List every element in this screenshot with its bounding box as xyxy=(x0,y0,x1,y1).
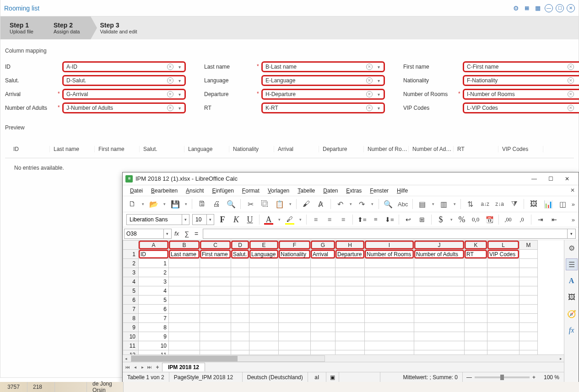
clone-format-icon[interactable]: 🖌 xyxy=(300,198,312,210)
row-header[interactable]: 7 xyxy=(123,305,139,314)
clear-icon[interactable]: ✕ xyxy=(366,91,373,97)
cell[interactable] xyxy=(200,268,231,277)
cell[interactable] xyxy=(231,268,249,277)
preview-column-header[interactable]: VIP Codes xyxy=(498,146,543,152)
cell[interactable]: Number of Rooms xyxy=(365,250,414,259)
chevron-down-icon[interactable]: ▾ xyxy=(374,92,383,97)
menu-ansicht[interactable]: Ansicht xyxy=(182,186,207,195)
chevron-down-icon[interactable]: ▾ xyxy=(163,229,171,238)
cell[interactable] xyxy=(519,323,538,332)
clear-icon[interactable]: ✕ xyxy=(366,64,373,70)
cell[interactable]: 8 xyxy=(139,323,169,332)
cell[interactable] xyxy=(311,268,335,277)
chevron-down-icon[interactable]: ▾ xyxy=(576,106,579,111)
date-button[interactable]: 📆 xyxy=(484,214,495,225)
lo-close-button[interactable]: ✕ xyxy=(562,176,572,182)
clear-icon[interactable]: ✕ xyxy=(167,77,173,84)
cell[interactable] xyxy=(200,341,231,350)
cell[interactable] xyxy=(311,323,335,332)
sidebar-navigator-icon[interactable]: 🧭 xyxy=(566,308,578,320)
find-icon[interactable]: 🔍 xyxy=(382,198,394,210)
function-wizard-button[interactable]: fx xyxy=(172,230,182,237)
cell[interactable] xyxy=(311,314,335,323)
cell[interactable]: 2 xyxy=(139,268,169,277)
cell[interactable] xyxy=(414,314,465,323)
cell[interactable] xyxy=(169,277,200,286)
col-dropdown[interactable]: ▾ xyxy=(453,202,457,206)
clear-icon[interactable]: ✕ xyxy=(167,105,173,111)
cell[interactable] xyxy=(519,250,538,259)
font-size-combo[interactable]: ▾ xyxy=(192,214,214,225)
cell[interactable] xyxy=(365,305,414,314)
cell[interactable] xyxy=(249,268,279,277)
name-box-input[interactable] xyxy=(124,229,163,238)
chevron-down-icon[interactable]: ▾ xyxy=(576,78,579,83)
lo-titlebar[interactable]: ⌗ IPM 2018 12 (1).xlsx - LibreOffice Cal… xyxy=(123,172,579,185)
undo-icon[interactable]: ↶ xyxy=(335,198,346,210)
cell[interactable]: RT xyxy=(465,250,487,259)
cell[interactable] xyxy=(249,314,279,323)
cell[interactable] xyxy=(311,277,335,286)
cell[interactable] xyxy=(231,350,249,355)
cell[interactable] xyxy=(487,332,519,341)
sheet-grid[interactable]: ABCDEFGHIJKLM1IDLast nameFirst nameSalut… xyxy=(123,240,564,354)
cell[interactable] xyxy=(231,323,249,332)
cell[interactable] xyxy=(519,286,538,295)
cell[interactable]: 5 xyxy=(139,295,169,305)
cell[interactable] xyxy=(519,341,538,350)
indent-inc-button[interactable]: ⇥ xyxy=(535,214,546,225)
cell[interactable]: 4 xyxy=(139,286,169,295)
mapping-combo[interactable]: H-Departure✕▾ xyxy=(261,89,385,100)
new-doc-icon[interactable]: 🗋 xyxy=(126,198,138,210)
cell[interactable] xyxy=(519,350,538,355)
pivot-icon[interactable]: ◫ xyxy=(557,198,569,210)
close-button[interactable]: ✕ xyxy=(567,4,575,12)
cell[interactable] xyxy=(414,277,465,286)
copy-icon[interactable]: ⿻ xyxy=(259,198,271,210)
cell[interactable] xyxy=(487,286,519,295)
lo-maximize-button[interactable]: ☐ xyxy=(546,176,556,182)
mapping-combo[interactable]: F-Nationality✕▾ xyxy=(463,75,579,86)
lo-minimize-button[interactable]: — xyxy=(529,176,539,182)
col-header-D[interactable]: D xyxy=(231,241,249,250)
cell[interactable] xyxy=(231,259,249,268)
sidebar-gallery-icon[interactable]: 🖼 xyxy=(566,291,578,303)
underline-button[interactable]: U xyxy=(244,214,255,225)
percent-button[interactable]: % xyxy=(456,214,467,225)
cell[interactable] xyxy=(249,259,279,268)
chevron-down-icon[interactable]: ▾ xyxy=(374,78,383,83)
cell[interactable] xyxy=(231,277,249,286)
valign-top-button[interactable]: ⬆≡ xyxy=(357,214,368,225)
chevron-down-icon[interactable]: ▾ xyxy=(175,78,184,83)
cell[interactable] xyxy=(169,332,200,341)
maximize-button[interactable]: ☐ xyxy=(556,4,564,12)
row-header[interactable]: 2 xyxy=(123,259,139,268)
font-name-input[interactable] xyxy=(127,216,182,223)
cell[interactable] xyxy=(365,295,414,305)
row-header[interactable]: 9 xyxy=(123,323,139,332)
mapping-combo[interactable]: B-Last name✕▾ xyxy=(261,61,385,72)
cell[interactable]: ID xyxy=(139,250,169,259)
grid-large-icon[interactable]: ▦ xyxy=(534,4,542,12)
col-header-F[interactable]: F xyxy=(279,241,311,250)
preview-column-header[interactable]: Salut. xyxy=(140,146,184,152)
cell[interactable] xyxy=(279,314,311,323)
chevron-down-icon[interactable]: ▾ xyxy=(374,64,383,70)
sidebar-functions-icon[interactable]: fx xyxy=(566,324,578,336)
row-header[interactable]: 10 xyxy=(123,332,139,341)
clear-icon[interactable]: ✕ xyxy=(167,91,173,97)
mapping-combo[interactable]: A-ID✕▾ xyxy=(62,61,186,72)
col-header-C[interactable]: C xyxy=(200,241,231,250)
cell[interactable] xyxy=(335,341,365,350)
italic-button[interactable]: K xyxy=(231,214,242,225)
col-header-H[interactable]: H xyxy=(335,241,365,250)
col-header-J[interactable]: J xyxy=(414,241,465,250)
cell[interactable]: Number of Adults xyxy=(414,250,465,259)
cell[interactable] xyxy=(231,314,249,323)
cell[interactable] xyxy=(279,268,311,277)
cell[interactable] xyxy=(487,323,519,332)
cell[interactable]: 3 xyxy=(139,277,169,286)
cell[interactable] xyxy=(519,277,538,286)
menu-vorlagen[interactable]: Vorlagen xyxy=(264,186,293,195)
sheet-tab-active[interactable]: IPM 2018 12 xyxy=(162,363,205,371)
